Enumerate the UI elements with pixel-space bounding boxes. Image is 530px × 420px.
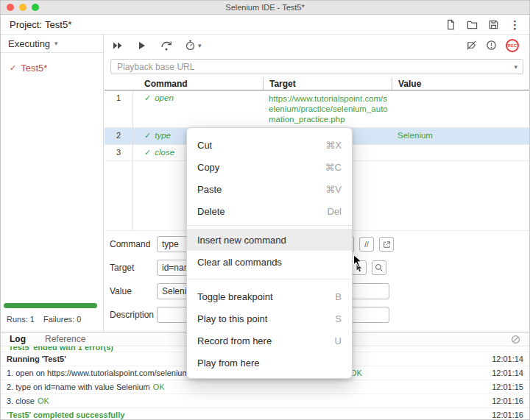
rec-label: REC [508,43,517,48]
context-menu: Cut ⌘X Copy ⌘C Paste ⌘V Delete Del Inser… [186,127,353,379]
header-target: Target [263,77,392,90]
open-reference-button[interactable] [379,237,394,252]
selenium-ide-window: Selenium IDE - Test5* Project:Test5* ⋮ E… [0,0,530,420]
tab-log[interactable]: Log [10,334,26,344]
external-link-icon [383,241,391,249]
pause-on-exceptions-button[interactable] [486,40,497,51]
menu-item-copy[interactable]: Copy ⌘C [187,156,352,178]
pointer-icon [356,263,363,272]
run-current-test-button[interactable] [136,40,148,51]
description-field-label: Description [110,310,157,320]
test-speed-control[interactable]: ▾ [185,40,202,51]
menu-item-record-from-here[interactable]: Record from here U [187,330,352,352]
target-field-label: Target [110,263,157,273]
step-over-icon [160,40,172,51]
menu-shortcut: S [335,313,342,324]
menu-shortcut: ⌘X [325,140,342,151]
menu-item-insert-new-command[interactable]: Insert new command [187,229,352,251]
command-name: type [155,131,171,140]
sidebar-item-test5[interactable]: ✓ Test5* [1,60,103,76]
menu-item-play-from-here[interactable]: Play from here [187,352,352,374]
row-number: 1 [105,93,132,102]
menu-item-label: Copy [197,162,219,173]
new-project-button[interactable] [445,19,456,30]
search-icon [375,263,384,272]
menu-item-paste[interactable]: Paste ⌘V [187,178,352,200]
project-name: Test5* [45,19,71,30]
exception-icon [486,40,497,51]
run-all-icon [112,40,124,51]
menu-shortcut: ⌘C [325,162,342,173]
disable-breakpoints-button[interactable] [466,40,477,51]
disable-breakpoints-icon [466,40,477,51]
record-button[interactable]: REC [506,39,519,52]
menu-item-play-to-this-point[interactable]: Play to this point S [187,307,352,330]
check-icon: ✓ [144,93,151,102]
clear-log-icon [511,335,520,344]
menu-item-cut[interactable]: Cut ⌘X [187,134,352,156]
step-over-button[interactable] [160,40,172,51]
menu-item-label: Delete [197,206,225,217]
failures-count: Failures: 0 [43,315,81,324]
command-name: open [155,93,174,102]
ok-badge: OK [38,396,49,405]
comment-toggle-button[interactable]: // [359,237,374,252]
progress-bar [4,303,97,308]
save-project-button[interactable] [488,19,499,30]
stopwatch-icon [185,40,196,51]
save-icon [488,19,499,30]
overflow-menu-button[interactable]: ⋮ [509,19,520,30]
chevron-down-icon: ▾ [198,42,202,49]
log-text: 3. closeOK [7,396,486,405]
clear-log-button[interactable] [511,335,520,344]
command-field-label: Command [110,239,157,249]
menu-item-label: Play from here [197,357,260,369]
find-target-button[interactable] [372,260,386,275]
log-time: 12:01:15 [492,382,523,391]
menu-item-label: Insert new command [197,235,286,246]
menu-item-toggle-breakpoint[interactable]: Toggle breakpoint B [187,285,352,307]
check-icon: ✓ [144,148,151,157]
log-time: 12:01:14 [492,369,523,377]
header-value: Value [392,77,529,90]
menu-item-label: Clear all commands [197,257,282,268]
menu-item-delete[interactable]: Delete Del [187,200,352,222]
menu-separator [187,225,352,226]
menu-shortcut: Del [327,206,342,217]
run-all-tests-button[interactable] [112,40,124,51]
log-entry: 'Test5' completed successfully 12:01:16 [1,408,529,420]
log-time: 12:01:14 [492,355,523,363]
check-icon: ✓ [144,131,151,140]
new-file-icon [445,19,456,30]
project-actions: ⋮ [445,19,520,30]
menu-item-clear-all-commands[interactable]: Clear all commands [187,251,352,273]
menu-shortcut: B [335,291,342,302]
ok-badge: OK [153,382,165,391]
comment-icon: // [364,241,369,249]
project-bar: Project:Test5* ⋮ [1,15,529,35]
tests-dropdown-label: Executing [8,38,50,49]
playback-toolbar: ▾ REC [105,35,529,56]
value-field-label: Value [110,286,157,296]
folder-icon [467,19,478,30]
log-text: 'Test5' completed successfully [7,410,486,419]
log-time: 12:01:16 [492,410,523,419]
menu-shortcut: ⌘V [325,184,342,195]
row-target: https://www.tutorialspoint.com/selenium/… [263,93,392,124]
test-sidebar: Executing ▾ ✓ Test5* Runs: 1 Failures: 0 [1,35,104,332]
row-command: ✓open [132,93,263,103]
kebab-menu-icon: ⋮ [509,19,520,30]
open-project-button[interactable] [467,19,478,30]
check-icon: ✓ [10,63,16,73]
menu-separator [187,279,352,280]
tests-dropdown[interactable]: Executing ▾ [1,35,103,53]
run-stats: Runs: 1 Failures: 0 [7,315,81,324]
select-target-button[interactable] [352,260,367,275]
menu-item-label: Cut [197,140,212,151]
command-name: close [155,148,174,157]
tab-reference[interactable]: Reference [45,334,85,344]
command-table-header: Command Target Value [105,77,529,90]
playback-base-url-input[interactable] [110,59,523,74]
table-row[interactable]: 1 ✓open https://www.tutorialspoint.com/s… [105,90,529,128]
log-text: 2. type on id=name with value SeleniumOK [7,382,486,391]
